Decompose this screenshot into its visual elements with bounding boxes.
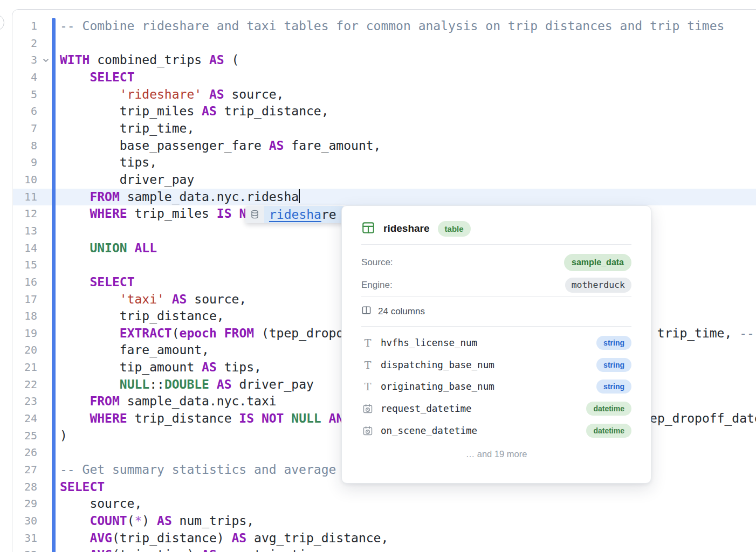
column-row: request_datetimedatetime — [361, 398, 631, 420]
more-columns-label: … and 19 more — [361, 449, 631, 459]
column-row: Thvfhs_license_numstring — [361, 332, 631, 354]
table-type-badge: table — [438, 221, 471, 237]
line-number[interactable]: 23 — [12, 393, 37, 410]
popover-info-section: Source:sample_dataEngine:motherduck — [361, 251, 631, 296]
column-name: on_scene_datetime — [381, 425, 477, 436]
info-value-badge: motherduck — [565, 278, 631, 293]
column-type-badge: datetime — [586, 424, 631, 438]
columns-icon — [361, 305, 372, 318]
line-number[interactable]: 27 — [12, 461, 37, 479]
code-line[interactable]: AVG(trip_time) AS avg_trip_time, — [60, 547, 756, 552]
cell-accent-bar — [52, 18, 56, 552]
table-info-popover: rideshare table Source:sample_dataEngine… — [341, 205, 651, 484]
code-line[interactable]: tips, — [60, 154, 756, 171]
collapsed-side-handle[interactable] — [0, 15, 4, 31]
info-label: Source: — [361, 257, 393, 268]
line-number[interactable]: 28 — [12, 479, 37, 496]
code-line[interactable]: FROM sample_data.nyc.ridesha — [60, 189, 756, 206]
column-list: Thvfhs_license_numstringTdispatching_bas… — [361, 327, 631, 441]
line-number[interactable]: 7 — [12, 120, 37, 137]
column-type-badge: string — [596, 336, 631, 350]
code-line[interactable] — [60, 35, 756, 52]
line-number[interactable]: 4 — [12, 69, 37, 86]
popover-header: rideshare table — [361, 219, 631, 238]
datetime-type-icon — [361, 425, 374, 436]
line-number[interactable]: 2 — [12, 35, 37, 52]
text-cursor — [299, 189, 300, 203]
code-line[interactable]: base_passenger_fare AS fare_amount, — [60, 137, 756, 155]
column-type-badge: string — [596, 358, 631, 372]
line-number[interactable]: 18 — [12, 308, 37, 325]
columns-count-label: 24 columns — [378, 306, 425, 317]
line-number-gutter: 1234567891011121314151617181920212223242… — [12, 18, 37, 552]
column-row: Toriginating_base_numstring — [361, 376, 631, 398]
line-number[interactable]: 31 — [12, 530, 37, 547]
line-number[interactable]: 25 — [12, 427, 37, 445]
line-number[interactable]: 13 — [12, 223, 37, 240]
sql-editor-screen: 1234567891011121314151617181920212223242… — [0, 0, 756, 552]
code-line[interactable]: SELECT — [60, 69, 756, 86]
line-number[interactable]: 24 — [12, 410, 37, 427]
divider — [361, 244, 631, 245]
line-number[interactable]: 30 — [12, 513, 37, 530]
autocomplete-match-text: ridesha — [269, 208, 321, 222]
column-type-badge: datetime — [586, 402, 631, 416]
datetime-type-icon — [361, 403, 374, 414]
line-number[interactable]: 11 — [12, 189, 37, 206]
line-number[interactable]: 16 — [12, 274, 37, 291]
line-number[interactable]: 19 — [12, 325, 37, 342]
line-number[interactable]: 8 — [12, 137, 37, 155]
column-type-badge: string — [596, 380, 631, 394]
column-name: request_datetime — [381, 403, 472, 414]
code-line[interactable]: trip_miles AS trip_distance, — [60, 103, 756, 120]
line-number[interactable]: 12 — [12, 205, 37, 223]
line-number[interactable]: 17 — [12, 291, 37, 308]
autocomplete-dropdown: rideshare — [245, 206, 344, 223]
string-type-icon: T — [361, 337, 374, 349]
code-line[interactable]: trip_time, — [60, 120, 756, 137]
code-line[interactable]: source, — [60, 495, 756, 513]
popover-table-name: rideshare — [383, 223, 430, 234]
info-value-badge: sample_data — [564, 254, 631, 271]
autocomplete-item-rideshare[interactable]: rideshare — [264, 206, 344, 223]
code-line[interactable]: -- Combine rideshare and taxi tables for… — [60, 18, 756, 35]
line-number[interactable]: 5 — [12, 86, 37, 104]
info-row: Source:sample_data — [361, 251, 631, 274]
column-name: dispatching_base_num — [381, 360, 494, 370]
line-number[interactable]: 9 — [12, 154, 37, 171]
info-row: Engine:motherduck — [361, 274, 631, 296]
line-number[interactable]: 3 — [12, 52, 37, 69]
string-type-icon: T — [361, 359, 374, 371]
columns-count-row: 24 columns — [361, 297, 631, 326]
autocomplete-rest-text: re — [321, 208, 336, 222]
line-number[interactable]: 6 — [12, 103, 37, 120]
code-line[interactable]: AVG(trip_distance) AS avg_trip_distance, — [60, 530, 756, 547]
line-number[interactable]: 32 — [12, 547, 37, 552]
info-label: Engine: — [361, 280, 393, 291]
fold-chevron-icon[interactable] — [42, 56, 50, 65]
code-line[interactable]: driver_pay — [60, 171, 756, 189]
line-number[interactable]: 1 — [12, 18, 37, 35]
line-number[interactable]: 10 — [12, 171, 37, 189]
code-line[interactable]: WITH combined_trips AS ( — [60, 52, 756, 69]
line-number[interactable]: 20 — [12, 342, 37, 359]
database-icon — [245, 206, 264, 223]
column-name: hvfhs_license_num — [381, 337, 477, 348]
code-line[interactable]: 'rideshare' AS source, — [60, 86, 756, 104]
code-line[interactable]: COUNT(*) AS num_trips, — [60, 513, 756, 530]
line-number[interactable]: 21 — [12, 359, 37, 376]
column-name: originating_base_num — [381, 381, 494, 392]
line-number[interactable]: 29 — [12, 495, 37, 513]
line-number[interactable]: 15 — [12, 257, 37, 274]
column-row: on_scene_datetimedatetime — [361, 419, 631, 441]
line-number[interactable]: 14 — [12, 240, 37, 257]
column-row: Tdispatching_base_numstring — [361, 354, 631, 376]
table-icon — [361, 220, 375, 237]
line-number[interactable]: 22 — [12, 376, 37, 394]
string-type-icon: T — [361, 381, 374, 392]
line-number[interactable]: 26 — [12, 444, 37, 461]
